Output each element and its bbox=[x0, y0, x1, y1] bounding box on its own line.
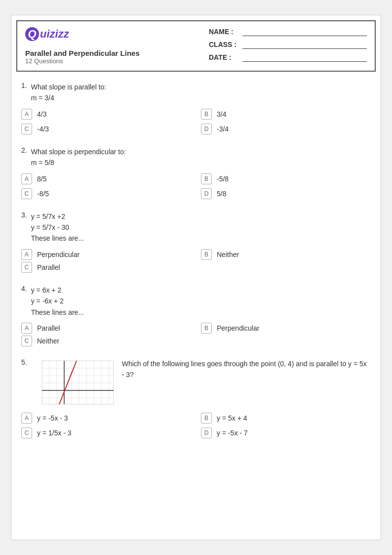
q5-answer-a: A y = -5x - 3 bbox=[21, 413, 191, 424]
q5-letter-c: C bbox=[21, 427, 32, 438]
q3-answer-a: A Perpendicular bbox=[21, 249, 191, 260]
q4-line3: These lines are... bbox=[31, 307, 84, 318]
q1-letter-b: B bbox=[201, 109, 212, 120]
q4-answer-a: A Parallel bbox=[21, 323, 191, 334]
q1-letter-c: C bbox=[21, 124, 32, 134]
q1-text-d: -3/4 bbox=[217, 125, 229, 133]
date-field-row: DATE : bbox=[209, 53, 367, 62]
q1-answer-d: D -3/4 bbox=[201, 124, 371, 134]
q5-letter-a: A bbox=[21, 413, 32, 424]
name-field-row: NAME : bbox=[209, 27, 367, 36]
name-label: NAME : bbox=[209, 28, 238, 36]
q3-letter-a: A bbox=[21, 249, 32, 260]
q1-text-b: 3/4 bbox=[217, 110, 226, 118]
q4-line2: y = -6x + 2 bbox=[31, 296, 84, 306]
q3-answers-2: C Parallel bbox=[21, 262, 371, 273]
class-label: CLASS : bbox=[209, 41, 238, 48]
q5-answers: A y = -5x - 3 B y = 5x + 4 C y = 1/5x - … bbox=[21, 413, 371, 438]
q3-letter-b: B bbox=[201, 249, 212, 260]
q2-text-c: -8/5 bbox=[37, 190, 49, 198]
q1-answers: A 4/3 B 3/4 C -4/3 D -3/4 bbox=[21, 109, 371, 134]
q5-letter-d: D bbox=[201, 427, 212, 438]
q1-text-a: 4/3 bbox=[37, 110, 46, 118]
q5-graph-svg bbox=[37, 358, 116, 408]
class-field-row: CLASS : bbox=[209, 40, 367, 49]
question-2: 2. What slope is perpendicular to: m = 5… bbox=[21, 146, 371, 199]
q1-letter-d: D bbox=[201, 124, 212, 134]
q2-answer-c: C -8/5 bbox=[21, 188, 191, 199]
q4-body: y = 6x + 2 y = -6x + 2 These lines are..… bbox=[31, 285, 84, 318]
question-5: 5. bbox=[21, 358, 371, 438]
q3-line2: y = 5/7x - 30 bbox=[31, 222, 84, 233]
date-label: DATE : bbox=[209, 53, 238, 61]
q2-answer-b: B -5/8 bbox=[201, 173, 371, 184]
worksheet-title: Parallel and Perpendicular Lines bbox=[25, 49, 140, 57]
q5-text-c: y = 1/5x - 3 bbox=[37, 429, 72, 437]
q2-letter-b: B bbox=[201, 173, 212, 184]
name-line bbox=[242, 27, 367, 36]
logo: Q uizizz bbox=[25, 27, 140, 41]
question-3: 3. y = 5/7x +2 y = 5/7x - 30 These lines… bbox=[21, 211, 371, 273]
q3-letter-c: C bbox=[21, 262, 32, 273]
q5-question-text: Which of the following lines goes throug… bbox=[122, 358, 371, 381]
q5-letter-b: B bbox=[201, 413, 212, 424]
q1-text-c: -4/3 bbox=[37, 125, 49, 133]
q3-answer-c: C Parallel bbox=[21, 262, 191, 273]
q2-line2: m = 5/8 bbox=[31, 157, 126, 168]
q4-line1: y = 6x + 2 bbox=[31, 285, 84, 296]
q3-text-b: Neither bbox=[217, 251, 239, 258]
q1-answer-c: C -4/3 bbox=[21, 124, 191, 134]
q2-answers: A 8/5 B -5/8 C -8/5 D 5/8 bbox=[21, 173, 371, 199]
worksheet-subtitle: 12 Questions bbox=[25, 57, 140, 65]
q1-line2: m = 3/4 bbox=[31, 92, 107, 103]
q4-answer-c: C Neither bbox=[21, 336, 191, 346]
q2-answer-a: A 8/5 bbox=[21, 173, 191, 184]
q5-answer-d: D y = -5x - 7 bbox=[201, 427, 371, 438]
q3-line1: y = 5/7x +2 bbox=[31, 211, 84, 222]
logo-q-icon: Q bbox=[25, 27, 39, 41]
q2-letter-c: C bbox=[21, 188, 32, 199]
q2-letter-d: D bbox=[201, 188, 212, 199]
q1-number: 1. bbox=[21, 82, 27, 89]
q2-text-d: 5/8 bbox=[217, 190, 226, 198]
q1-answer-b: B 3/4 bbox=[201, 109, 371, 120]
q3-text-c: Parallel bbox=[37, 263, 60, 271]
q5-number: 5. bbox=[21, 358, 27, 366]
page: Q uizizz Parallel and Perpendicular Line… bbox=[11, 15, 381, 540]
q4-answers-2: C Neither bbox=[21, 336, 371, 346]
q4-text-b: Perpendicular bbox=[217, 324, 259, 332]
q2-body: What slope is perpendicular to: m = 5/8 bbox=[31, 146, 126, 169]
q3-answers: A Perpendicular B Neither bbox=[21, 249, 371, 260]
q4-letter-a: A bbox=[21, 323, 32, 334]
q4-answers: A Parallel B Perpendicular bbox=[21, 323, 371, 334]
q2-letter-a: A bbox=[21, 173, 32, 184]
content: 1. What slope is parallel to: m = 3/4 A … bbox=[11, 77, 381, 460]
q2-text-b: -5/8 bbox=[217, 175, 229, 183]
q4-text-c: Neither bbox=[37, 337, 59, 345]
q5-text-b: y = 5x + 4 bbox=[217, 414, 247, 422]
q4-answer-b: B Perpendicular bbox=[201, 323, 371, 334]
q4-number: 4. bbox=[21, 285, 27, 293]
header: Q uizizz Parallel and Perpendicular Line… bbox=[16, 20, 376, 72]
question-1: 1. What slope is parallel to: m = 3/4 A … bbox=[21, 82, 371, 134]
header-fields: NAME : CLASS : DATE : bbox=[209, 27, 367, 62]
q3-number: 3. bbox=[21, 211, 27, 219]
q2-text-a: 8/5 bbox=[37, 175, 46, 183]
class-line bbox=[242, 40, 367, 49]
q3-text-a: Perpendicular bbox=[37, 251, 79, 258]
q1-letter-a: A bbox=[21, 109, 32, 120]
q1-body: What slope is parallel to: m = 3/4 bbox=[31, 82, 107, 104]
q1-line1: What slope is parallel to: bbox=[31, 82, 107, 92]
q5-answer-c: C y = 1/5x - 3 bbox=[21, 427, 191, 438]
q5-text-a: y = -5x - 3 bbox=[37, 414, 68, 422]
q3-body: y = 5/7x +2 y = 5/7x - 30 These lines ar… bbox=[31, 211, 84, 244]
question-4: 4. y = 6x + 2 y = -6x + 2 These lines ar… bbox=[21, 285, 371, 346]
q3-answer-b: B Neither bbox=[201, 249, 371, 260]
q4-letter-c: C bbox=[21, 336, 32, 346]
q2-answer-d: D 5/8 bbox=[201, 188, 371, 199]
q5-graph bbox=[37, 358, 116, 408]
header-left: Q uizizz Parallel and Perpendicular Line… bbox=[25, 27, 140, 65]
q1-answer-a: A 4/3 bbox=[21, 109, 191, 120]
date-line bbox=[242, 53, 367, 62]
q4-text-a: Parallel bbox=[37, 324, 60, 332]
